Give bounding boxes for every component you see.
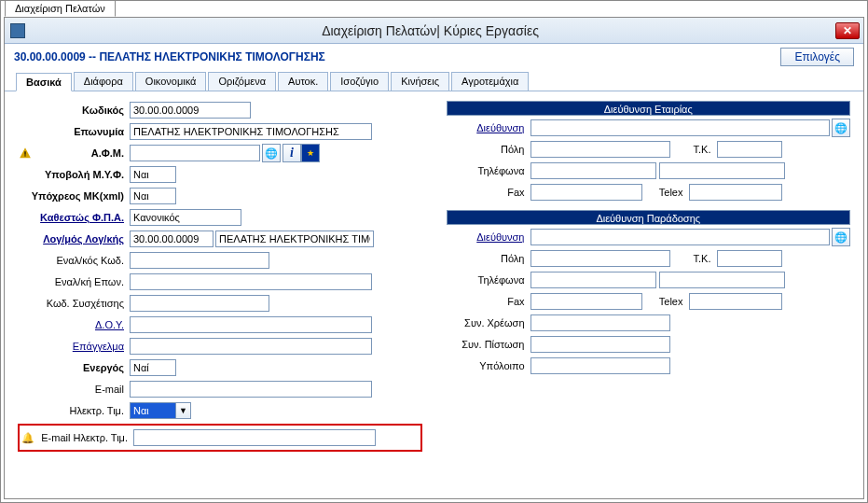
tab-oikonomika[interactable]: Οικονομικά xyxy=(135,72,207,91)
tab-autok[interactable]: Αυτοκ. xyxy=(278,72,328,91)
label-synxreosi: Συν. Χρέωση xyxy=(447,317,530,328)
input-afm[interactable] xyxy=(130,145,260,161)
label-enalepon: Εναλ/κή Επων. xyxy=(18,276,130,287)
input-kathestos[interactable] xyxy=(130,209,241,226)
input-s1-telex[interactable] xyxy=(689,184,782,201)
dropdown-arrow-icon[interactable]: ▼ xyxy=(176,402,191,419)
label-eponymia: Επωνυμία xyxy=(18,126,130,137)
input-email-ilektr[interactable] xyxy=(133,429,376,446)
bell-icon: 🔔 xyxy=(21,432,36,444)
label-ilektr-tim: Ηλεκτρ. Τιμ. xyxy=(18,405,130,416)
label-synpistosi: Συν. Πίστωση xyxy=(447,339,530,350)
label-s2-poli: Πόλη xyxy=(447,253,530,264)
label-kodikos: Κωδικός xyxy=(18,105,130,116)
input-doy[interactable] xyxy=(130,316,372,333)
svg-rect-0 xyxy=(24,151,25,155)
select-ilektr-tim[interactable]: Ναι xyxy=(130,402,176,419)
input-synxreosi[interactable] xyxy=(530,314,670,331)
eu-flag-icon[interactable]: ★ xyxy=(301,144,320,162)
app-icon xyxy=(10,23,25,38)
input-s2-tk[interactable] xyxy=(717,250,782,267)
input-s1-poli[interactable] xyxy=(530,141,670,158)
label-s1-tk: Τ.Κ. xyxy=(670,144,717,155)
tab-basika[interactable]: Βασικά xyxy=(16,73,72,91)
highlight-email-ilektr: 🔔 E-mail Ηλεκτρ. Τιμ. xyxy=(18,424,422,452)
input-s2-dieuthinsi[interactable] xyxy=(530,229,831,245)
record-title: 30.00.00.0009 -- ΠΕΛΑΤΗΣ ΗΛΕΚΤΡΟΝΙΚΗΣ ΤΙ… xyxy=(14,50,780,63)
input-s2-fax[interactable] xyxy=(530,293,642,310)
outer-tab[interactable]: Διαχείριση Πελατών xyxy=(5,0,116,17)
label-email: E-mail xyxy=(18,384,130,395)
label-s2-tilefona: Τηλέφωνα xyxy=(447,274,530,286)
input-ypoloipo[interactable] xyxy=(530,357,670,374)
globe-icon-s1[interactable]: 🌐 xyxy=(832,119,850,137)
titlebar: Διαχείριση Πελατών| Κύριες Εργασίες ✕ xyxy=(5,18,863,44)
label-logmos[interactable]: Λογ/μός Λογ/κής xyxy=(18,233,130,245)
input-s1-dieuthinsi[interactable] xyxy=(530,119,831,136)
info-icon[interactable]: i xyxy=(282,144,301,162)
input-energos[interactable] xyxy=(130,359,176,376)
input-ypovoli[interactable] xyxy=(130,166,176,183)
input-logmos-code[interactable] xyxy=(130,231,214,247)
left-column: Κωδικός Επωνυμία Α.Φ.Μ. 🌐 i ★ xyxy=(18,101,422,452)
tab-isozygio[interactable]: Ισοζύγιο xyxy=(330,72,389,91)
label-s1-poli: Πόλη xyxy=(447,144,530,155)
input-logmos-desc[interactable] xyxy=(215,231,374,247)
section-delivery-address: Διεύθυνση Παράδοσης xyxy=(447,210,851,225)
app-window: Διαχείριση Πελατών Διαχείριση Πελατών| Κ… xyxy=(0,0,868,503)
input-s1-tk[interactable] xyxy=(717,141,782,158)
warning-icon xyxy=(18,146,33,161)
input-s2-tel1[interactable] xyxy=(530,272,656,288)
form-area: Κωδικός Επωνυμία Α.Φ.Μ. 🌐 i ★ xyxy=(5,91,863,461)
label-enalkod: Εναλ/κός Κωδ. xyxy=(18,255,130,266)
label-s1-telex: Telex xyxy=(642,187,689,198)
tab-diafora[interactable]: Διάφορα xyxy=(74,72,133,91)
label-s2-fax: Fax xyxy=(447,296,530,307)
globe-icon-s2[interactable]: 🌐 xyxy=(832,228,850,246)
input-eponymia[interactable] xyxy=(130,123,372,140)
svg-rect-1 xyxy=(24,155,25,156)
label-doy[interactable]: Δ.Ο.Υ. xyxy=(18,319,130,330)
input-enalkod[interactable] xyxy=(130,252,269,269)
header-row: 30.00.00.0009 -- ΠΕΛΑΤΗΣ ΗΛΕΚΤΡΟΝΙΚΗΣ ΤΙ… xyxy=(5,44,863,70)
input-kodsysx[interactable] xyxy=(130,295,269,312)
label-ypovoli: Υποβολή Μ.Υ.Φ. xyxy=(18,169,130,180)
tab-agrotemaxia[interactable]: Αγροτεμάχια xyxy=(451,72,529,91)
label-afm: Α.Φ.Μ. xyxy=(33,147,130,159)
input-ypoxreos[interactable] xyxy=(130,188,176,204)
input-s2-telex[interactable] xyxy=(689,293,782,310)
label-kodsysx: Κωδ. Συσχέτισης xyxy=(18,298,130,309)
label-s1-tilefona: Τηλέφωνα xyxy=(447,165,530,176)
input-epaggelma[interactable] xyxy=(130,338,372,355)
label-energos: Ενεργός xyxy=(18,362,130,373)
label-s1-dieuthinsi[interactable]: Διεύθυνση xyxy=(447,122,530,133)
tab-strip: Βασικά Διάφορα Οικονομικά Οριζόμενα Αυτο… xyxy=(5,72,863,91)
label-s2-telex: Telex xyxy=(642,296,689,307)
input-s2-poli[interactable] xyxy=(530,250,670,267)
right-column: Διεύθυνση Εταιρίας Διεύθυνση 🌐 Πόλη Τ.Κ.… xyxy=(447,101,851,452)
globe-icon-afm[interactable]: 🌐 xyxy=(262,144,281,162)
input-email[interactable] xyxy=(130,381,372,398)
label-ypoloipo: Υπόλοιπο xyxy=(447,360,530,371)
input-synpistosi[interactable] xyxy=(530,336,670,353)
window-body: Διαχείριση Πελατών| Κύριες Εργασίες ✕ 30… xyxy=(4,17,864,499)
input-s1-fax[interactable] xyxy=(530,184,642,201)
label-kathestos[interactable]: Καθεστώς Φ.Π.Α. xyxy=(18,212,130,223)
options-button[interactable]: Επιλογές xyxy=(780,48,854,66)
label-s1-fax: Fax xyxy=(447,187,530,198)
label-email-ilektr: E-mail Ηλεκτρ. Τιμ. xyxy=(36,432,133,443)
window-title: Διαχείριση Πελατών| Κύριες Εργασίες xyxy=(25,23,835,38)
input-s2-tel2[interactable] xyxy=(659,272,785,288)
label-s2-dieuthinsi[interactable]: Διεύθυνση xyxy=(447,231,530,243)
input-kodikos[interactable] xyxy=(130,102,251,119)
input-s1-tel1[interactable] xyxy=(530,162,656,179)
label-ypoxreos: Υπόχρεος MK(xml) xyxy=(18,190,130,202)
label-s2-tk: Τ.Κ. xyxy=(670,253,717,264)
close-button[interactable]: ✕ xyxy=(835,22,860,39)
tab-orizomena[interactable]: Οριζόμενα xyxy=(208,72,276,91)
tab-kiniseis[interactable]: Κινήσεις xyxy=(391,72,449,91)
input-enalepon[interactable] xyxy=(130,273,372,290)
input-s1-tel2[interactable] xyxy=(659,162,785,179)
section-company-address: Διεύθυνση Εταιρίας xyxy=(447,101,851,116)
label-epaggelma[interactable]: Επάγγελμα xyxy=(18,341,130,352)
